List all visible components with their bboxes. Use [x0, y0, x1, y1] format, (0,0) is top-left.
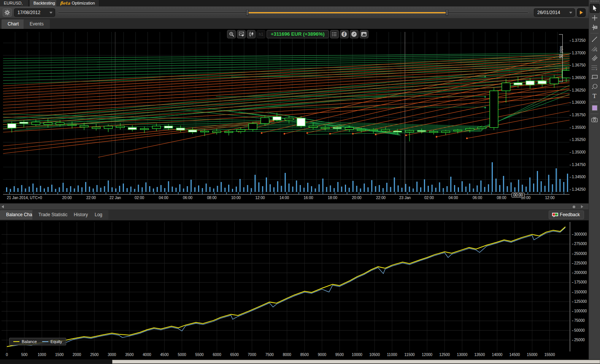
price-tick-label: 1.34250 [572, 187, 586, 192]
tool-trend-line[interactable] [590, 35, 600, 44]
legend-balance-label: Balance [22, 339, 37, 344]
rail-grip-handle[interactable] [590, 1, 598, 3]
candlestick-plot[interactable] [3, 32, 570, 194]
snapshot-button[interactable] [360, 30, 368, 38]
tool-camera[interactable] [590, 115, 600, 124]
drawing-tools-rail: E F T [589, 0, 600, 359]
range-handle-right[interactable] [446, 9, 448, 16]
end-date-select[interactable]: 26/01/2014 [534, 8, 575, 17]
price-tick-label: 1.36750 [572, 63, 586, 68]
pips-scale-label: 50 pips [559, 46, 563, 58]
tool-parallel-lines[interactable] [590, 54, 600, 63]
tool-color-swatch[interactable] [590, 103, 600, 112]
candlestick-style-icon [249, 32, 254, 37]
tool-rectangle[interactable] [590, 73, 600, 82]
time-tick-label: 14:00 [279, 196, 289, 200]
balance-xtick-label: 7500 [265, 353, 274, 357]
settings-button[interactable] [3, 8, 12, 17]
tab-optimization-label: Optimization [72, 1, 95, 5]
crosshair-icon [592, 15, 598, 21]
balance-chart[interactable]: 3000002750002500002250002000001750001500… [0, 220, 589, 359]
tab-instrument[interactable]: EURUSD, h1 [0, 0, 28, 6]
share-facebook-button[interactable]: f [340, 30, 349, 38]
balance-xtick-label: 12000 [422, 353, 432, 357]
date-range-selected[interactable] [248, 12, 446, 13]
balance-xtick-label: 3500 [125, 353, 133, 357]
balance-xtick-label: 8000 [283, 353, 291, 357]
balance-xtick-label: 7000 [248, 353, 256, 357]
time-tick-label: 08:00 [207, 196, 216, 200]
price-chart[interactable]: 1.372501.370001.367501.365001.362501.360… [0, 29, 589, 203]
tool-text[interactable]: T [590, 92, 600, 101]
price-tick-label: 1.37250 [572, 38, 586, 43]
tab-backtesting[interactable]: Backtesting [30, 0, 59, 6]
balance-xtick-label: 4000 [143, 353, 151, 357]
price-tick-label: 1.36000 [572, 100, 586, 105]
rectangle-icon [591, 74, 598, 80]
time-tick-label: 12:00 [255, 196, 265, 200]
share-twitter-button[interactable] [350, 30, 359, 38]
window-scrollbar-thumb[interactable] [112, 360, 600, 364]
tab-optimization[interactable]: βetaOptimization [56, 0, 99, 6]
chart-type-button[interactable] [247, 30, 256, 38]
time-tick-label: 06:00 [473, 196, 482, 200]
zoom-in-icon [229, 32, 234, 37]
balance-y-axis: 3000002750002500002250002000001750001500… [573, 222, 589, 351]
feedback-button[interactable]: Feedback [549, 210, 584, 219]
window-scrollbar[interactable] [0, 359, 600, 364]
feedback-label: Feedback [560, 212, 580, 217]
balance-xtick-label: 15000 [527, 353, 538, 357]
ellipse-icon [591, 84, 598, 90]
chart-settings-button[interactable] [237, 30, 246, 38]
scroll-center-dot-icon[interactable] [573, 206, 575, 208]
price-tick-label: 1.35000 [572, 150, 586, 155]
rail-separator [590, 33, 598, 33]
time-axis[interactable]: 21 Jan 2014, UTC+020:0022:0022 Jan02:000… [3, 194, 570, 201]
tab-log[interactable]: Log [89, 210, 108, 220]
balance-ytick-label: 225000 [574, 261, 587, 265]
tab-chart[interactable]: Chart [2, 19, 25, 29]
timeframe-button[interactable]: h1 [257, 30, 265, 38]
journal-button[interactable] [330, 30, 339, 38]
tool-fibonacci[interactable]: F [590, 63, 600, 72]
scroll-left-arrow-icon[interactable] [2, 205, 4, 208]
balance-xtick-label: 14000 [492, 353, 502, 357]
chart-pane-tabs: Chart Events [0, 19, 589, 29]
tool-crosshair-measure[interactable] [590, 23, 600, 32]
tool-pointer[interactable] [590, 4, 600, 13]
balance-xtick-label: 4500 [160, 353, 168, 357]
zoom-button[interactable] [227, 30, 236, 38]
chart-scrollbar[interactable] [0, 203, 589, 209]
fibonacci-icon: F [591, 65, 598, 71]
balance-xtick-label: 9500 [335, 353, 344, 357]
tab-events[interactable]: Events [24, 19, 50, 29]
svg-text:F: F [596, 68, 597, 71]
balance-xtick-label: 10000 [352, 353, 362, 357]
backtesting-window: EURUSD, h1 Backtesting βetaOptimization … [0, 0, 600, 364]
time-tick-label: 10:00 [231, 196, 241, 200]
tool-ellipse[interactable] [590, 82, 600, 91]
price-tick-label: 1.34500 [572, 175, 586, 179]
date-range-slider[interactable] [58, 12, 529, 14]
top-tab-bar: EURUSD, h1 Backtesting βetaOptimization [0, 0, 589, 6]
balance-plot[interactable] [2, 222, 570, 351]
time-tick-label: 23 Jan [399, 196, 411, 200]
balance-ytick-label: 150000 [574, 290, 587, 294]
gear-icon [5, 10, 10, 15]
time-tick-label: 02:00 [424, 196, 434, 200]
balance-ytick-label: 25000 [574, 338, 585, 342]
balance-ytick-label: 75000 [574, 318, 585, 323]
price-tick-label: 1.34750 [572, 163, 586, 167]
pips-scale-ruler: 50 pips [559, 34, 563, 82]
time-tick-label: 21 Jan 2014, UTC+0 [7, 196, 42, 200]
play-button[interactable] [577, 8, 586, 17]
start-date-select[interactable]: 17/08/2012 [14, 8, 55, 17]
chevron-down-icon [569, 12, 572, 14]
price-axis[interactable]: 1.372501.370001.367501.365001.362501.360… [570, 32, 588, 194]
range-handle-left[interactable] [246, 9, 249, 16]
tool-equidistant-channel[interactable]: E [590, 44, 600, 53]
scroll-right-arrow-icon[interactable] [581, 205, 583, 208]
balance-ytick-label: 200000 [574, 271, 587, 275]
tool-crosshair[interactable] [590, 13, 600, 22]
rail-separator [590, 102, 598, 102]
